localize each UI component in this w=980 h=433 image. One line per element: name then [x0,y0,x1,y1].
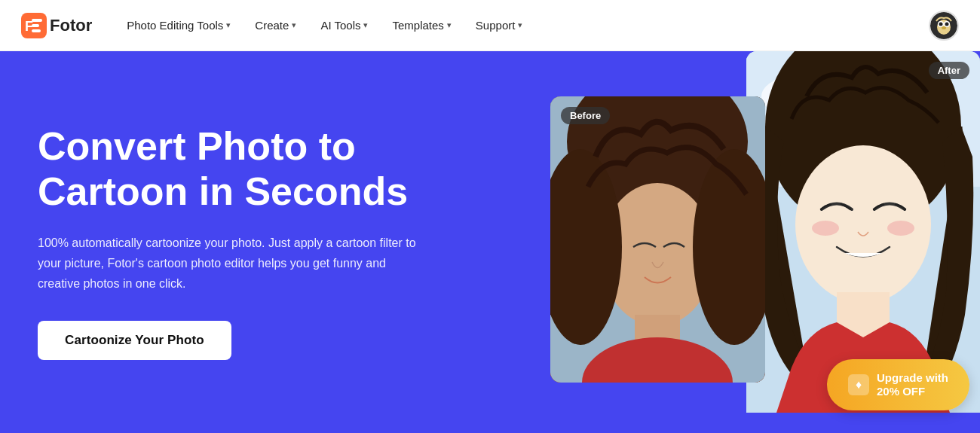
chevron-down-icon: ▾ [292,20,296,30]
after-image-card: After [746,51,980,413]
svg-point-10 [945,22,949,26]
chevron-down-icon: ▾ [447,20,452,30]
svg-point-26 [887,221,914,236]
nav-label-photo-editing: Photo Editing Tools [127,19,223,32]
before-photo [550,96,765,383]
avatar-icon [930,12,957,39]
after-label: After [929,62,969,79]
chevron-down-icon: ▾ [363,20,368,30]
logo[interactable]: F Fotor [21,13,92,38]
after-photo [746,51,980,413]
after-overlay [746,51,980,413]
nav-item-create[interactable]: Create ▾ [244,13,307,38]
nav-label-create: Create [255,19,289,32]
navbar: F Fotor Photo Editing Tools ▾ Create ▾ A… [0,0,980,51]
hero-title: Convert Photo to Cartoon in Seconds [38,124,498,215]
chevron-down-icon: ▾ [518,20,522,30]
nav-item-photo-editing-tools[interactable]: Photo Editing Tools ▾ [116,13,241,38]
hero-section: Convert Photo to Cartoon in Seconds 100%… [0,51,980,433]
svg-point-25 [812,221,839,236]
nav-item-templates[interactable]: Templates ▾ [381,13,461,38]
nav-label-templates: Templates [392,19,443,32]
nav-menu: Photo Editing Tools ▾ Create ▾ AI Tools … [116,13,929,38]
cartoonize-button[interactable]: Cartoonize Your Photo [38,321,231,360]
upgrade-text: Upgrade with 20% OFF [877,371,948,398]
hero-content: Convert Photo to Cartoon in Seconds 100%… [38,124,498,360]
svg-point-9 [939,22,943,26]
svg-point-11 [942,26,946,29]
chevron-down-icon: ▾ [226,20,231,30]
nav-item-ai-tools[interactable]: AI Tools ▾ [310,13,378,38]
upgrade-line2: 20% OFF [877,385,948,398]
before-image-card: Before [550,96,765,383]
nav-label-support: Support [476,19,516,32]
logo-text: Fotor [50,16,92,35]
upgrade-line1: Upgrade with [877,371,948,385]
nav-label-ai-tools: AI Tools [320,19,360,32]
hero-image-area: Before [528,51,980,433]
fotor-logo-icon: F [21,13,47,38]
before-face [550,96,765,383]
before-label: Before [561,107,610,124]
svg-rect-4 [32,29,41,32]
hero-description: 100% automatically cartoonize your photo… [38,233,430,294]
nav-item-support[interactable]: Support ▾ [465,13,534,38]
diamond-icon: ♦ [848,374,869,395]
svg-rect-2 [32,19,42,22]
user-avatar[interactable] [929,11,959,41]
upgrade-button[interactable]: ♦ Upgrade with 20% OFF [827,359,969,410]
svg-rect-3 [32,24,39,27]
